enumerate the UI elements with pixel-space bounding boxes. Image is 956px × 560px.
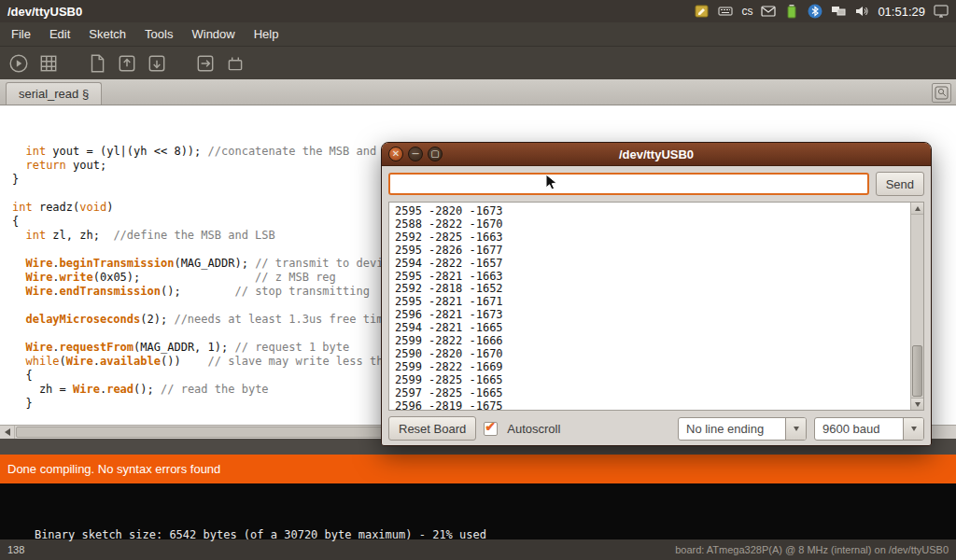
menu-bar: FileEditSketchToolsWindowHelp	[0, 22, 956, 47]
serial-output-line: 2594 -2822 -1657	[395, 258, 918, 271]
serial-output-line: 2596 -2821 -1673	[395, 309, 918, 322]
stop-button[interactable]	[36, 51, 61, 76]
serial-output-line: 2595 -2821 -1663	[395, 271, 918, 284]
menu-item-file[interactable]: File	[2, 23, 40, 45]
tab-bar: serial_read §	[0, 79, 956, 105]
session-icon[interactable]	[934, 4, 949, 19]
save-button[interactable]	[145, 51, 169, 76]
mouse-cursor	[545, 174, 558, 196]
serial-output-line: 2595 -2826 -1677	[395, 245, 918, 258]
serial-input[interactable]	[388, 173, 869, 195]
serial-output-line: 2599 -2822 -1669	[395, 361, 918, 374]
clock[interactable]: 01:51:29	[878, 5, 925, 19]
active-window-title: /dev/ttyUSB0	[0, 5, 82, 19]
console-output: Binary sketch size: 6542 bytes (of a 307…	[35, 528, 486, 541]
keyboard-layout-indicator[interactable]: cs	[741, 5, 752, 18]
baud-rate-dropdown[interactable]: 9600 baud	[814, 417, 924, 441]
serial-output-line: 2592 -2818 -1652	[395, 283, 918, 296]
serial-input-row: Send	[382, 166, 931, 200]
tab-serial-read[interactable]: serial_read §	[6, 82, 102, 105]
minimize-button[interactable]: ─	[408, 147, 423, 161]
serial-monitor-titlebar[interactable]: /dev/ttyUSB0 ✕ ─ ▢	[382, 143, 931, 166]
tab-label: serial_read §	[19, 87, 89, 101]
line-ending-dropdown[interactable]: No line ending	[678, 417, 807, 441]
line-ending-value: No line ending	[679, 418, 785, 440]
screen: /dev/ttyUSB0 cs 01:51:	[0, 0, 956, 560]
window-controls: ✕ ─ ▢	[382, 147, 443, 161]
mail-icon[interactable]	[761, 4, 776, 19]
chevron-down-icon[interactable]	[903, 418, 923, 440]
volume-icon[interactable]	[854, 4, 869, 19]
close-button[interactable]: ✕	[388, 147, 403, 161]
serial-controls-row: Reset Board ✔ Autoscroll No line ending …	[382, 411, 931, 441]
reset-board-button[interactable]: Reset Board	[388, 416, 476, 441]
open-button[interactable]	[115, 51, 139, 76]
checkmark-icon: ✔	[485, 419, 496, 434]
menu-item-tools[interactable]: Tools	[135, 23, 182, 45]
serial-output-line: 2599 -2825 -1665	[395, 374, 918, 387]
serial-output-line: 2595 -2821 -1671	[395, 296, 918, 309]
top-panel: /dev/ttyUSB0 cs 01:51:	[0, 0, 956, 22]
magnifier-icon	[935, 86, 949, 100]
keyboard-icon[interactable]	[718, 4, 733, 19]
scroll-left-arrow-icon[interactable]	[0, 426, 15, 439]
send-button[interactable]: Send	[876, 172, 924, 196]
toolbar	[0, 47, 956, 79]
upload-button[interactable]	[193, 51, 218, 76]
menu-item-window[interactable]: Window	[182, 23, 244, 45]
maximize-button[interactable]: ▢	[428, 147, 443, 161]
baud-rate-value: 9600 baud	[815, 418, 903, 440]
footer-status-bar: 138 board: ATmega328P(A) @ 8 MHz (intern…	[0, 539, 956, 560]
system-tray: cs 01:51:29	[695, 4, 956, 19]
autoscroll-label: Autoscroll	[507, 422, 560, 436]
compile-status-bar: Done compiling. No syntax errors found	[0, 455, 956, 483]
network-icon[interactable]	[831, 4, 846, 19]
serial-output-line: 2597 -2825 -1665	[395, 387, 918, 400]
board-info: board: ATmega328P(A) @ 8 MHz (internal) …	[675, 544, 949, 555]
chevron-down-icon[interactable]	[785, 418, 806, 440]
serial-output-line: 2599 -2822 -1666	[395, 335, 918, 348]
compile-status-message: Done compiling. No syntax errors found	[7, 462, 220, 476]
menu-item-sketch[interactable]: Sketch	[79, 23, 135, 45]
serial-output-line: 2588 -2822 -1670	[395, 218, 918, 231]
battery-icon[interactable]	[784, 4, 799, 19]
serial-plug-button[interactable]	[223, 51, 247, 76]
scroll-up-arrow-icon[interactable]	[911, 203, 923, 215]
serial-monitor-title: /dev/ttyUSB0	[382, 147, 931, 161]
menu-item-edit[interactable]: Edit	[40, 23, 79, 45]
line-number-indicator: 138	[7, 544, 24, 555]
serial-output-area: 2595 -2820 -16732588 -2822 -16702592 -28…	[388, 202, 924, 411]
serial-vertical-scrollbar[interactable]	[910, 203, 923, 410]
serial-output-lines: 2595 -2820 -16732588 -2822 -16702592 -28…	[389, 203, 923, 411]
verify-button[interactable]	[7, 51, 31, 76]
new-sketch-button[interactable]	[85, 51, 109, 76]
serial-output-line: 2596 -2819 -1675	[395, 400, 918, 411]
serial-output-line: 2590 -2820 -1670	[395, 348, 918, 361]
build-console: Binary sketch size: 6542 bytes (of a 307…	[0, 483, 956, 539]
serial-output-line: 2595 -2820 -1673	[395, 205, 918, 218]
vertical-scroll-thumb[interactable]	[912, 345, 922, 397]
serial-output-line: 2592 -2825 -1663	[395, 231, 918, 245]
bluetooth-icon[interactable]	[808, 4, 822, 19]
autoscroll-checkbox[interactable]: ✔	[484, 422, 498, 436]
serial-monitor-button[interactable]	[932, 83, 951, 103]
menu-item-help[interactable]: Help	[245, 23, 288, 45]
serial-output-line: 2594 -2821 -1665	[395, 322, 918, 335]
scroll-down-arrow-icon[interactable]	[911, 398, 923, 410]
notes-indicator-icon[interactable]	[695, 4, 710, 19]
serial-monitor-window: /dev/ttyUSB0 ✕ ─ ▢ Send 2595 -2820 -1673…	[381, 142, 932, 446]
